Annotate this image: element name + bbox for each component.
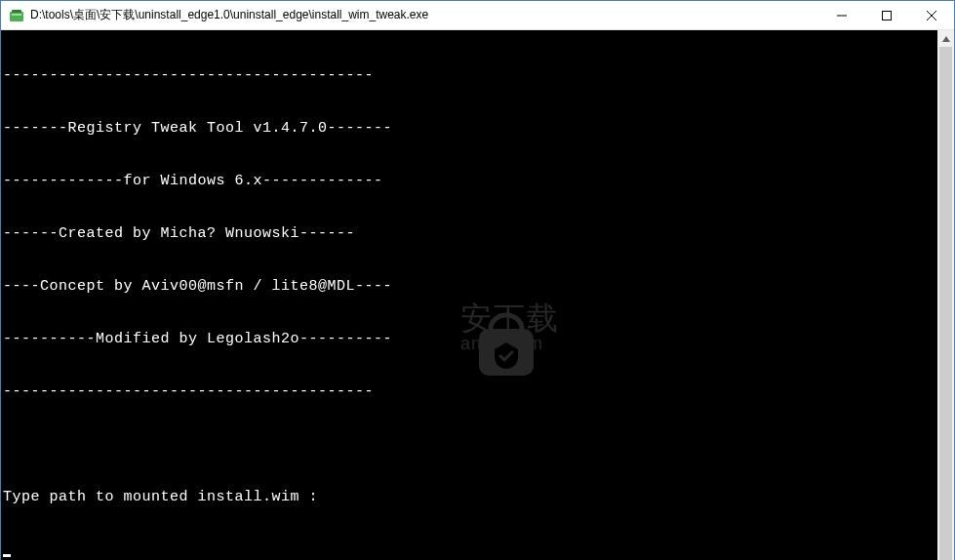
watermark-bag-icon: [378, 294, 449, 364]
svg-rect-0: [10, 12, 23, 21]
console-line: Type path to mounted install.wim :: [3, 489, 937, 506]
window-title: D:\tools\桌面\安下载\uninstall_edge1.0\uninst…: [30, 7, 819, 23]
scrollbar-thumb[interactable]: [939, 47, 952, 560]
minimize-button[interactable]: [819, 1, 864, 29]
content-area: ----------------------------------------…: [1, 30, 954, 560]
vertical-scrollbar[interactable]: [937, 30, 954, 560]
console-line: [3, 436, 937, 454]
watermark: 安下载 anxz.com: [378, 294, 560, 364]
svg-rect-4: [883, 11, 892, 20]
svg-rect-1: [12, 10, 21, 13]
application-window: D:\tools\桌面\安下载\uninstall_edge1.0\uninst…: [0, 0, 955, 560]
text-cursor: [3, 554, 11, 557]
svg-rect-2: [12, 14, 21, 16]
window-controls: [819, 1, 954, 29]
console-line: ----------------------------------------: [3, 383, 937, 401]
console-output[interactable]: ----------------------------------------…: [1, 30, 937, 560]
console-cursor-line: [3, 541, 937, 559]
console-line: -------Registry Tweak Tool v1.4.7.0-----…: [3, 120, 937, 138]
titlebar[interactable]: D:\tools\桌面\安下载\uninstall_edge1.0\uninst…: [1, 1, 954, 30]
console-line: ------Created by Micha? Wnuowski------: [3, 225, 937, 243]
app-icon: [9, 8, 24, 23]
close-button[interactable]: [909, 1, 954, 29]
console-line: ----------Modified by Legolash2o--------…: [3, 331, 937, 348]
maximize-button[interactable]: [864, 1, 909, 29]
console-line: ----Concept by Aviv00@msfn / lite8@MDL--…: [3, 278, 937, 296]
console-line: -------------for Windows 6.x------------…: [3, 173, 937, 190]
console-line: ----------------------------------------: [3, 67, 937, 85]
scrollbar-track[interactable]: [937, 47, 954, 560]
watermark-text-top: 安下载: [460, 302, 560, 334]
scroll-up-button[interactable]: [937, 30, 954, 47]
